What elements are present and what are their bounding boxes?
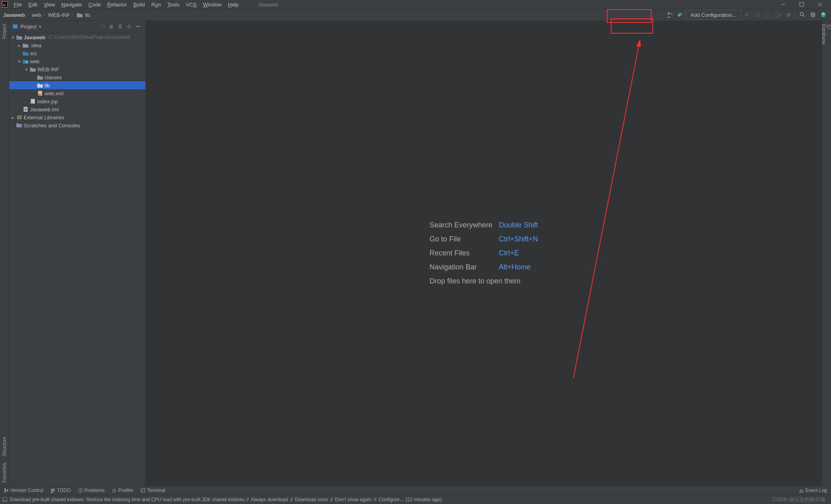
title-bar: IJ File Edit View Navigate Code Refactor… bbox=[0, 0, 831, 9]
library-icon bbox=[16, 114, 23, 120]
svg-text:JSP: JSP bbox=[31, 101, 35, 104]
module-icon bbox=[16, 35, 23, 40]
hammer-icon[interactable] bbox=[675, 10, 685, 20]
hint-navbar-label: Navigation Bar bbox=[429, 263, 492, 271]
menu-vcs[interactable]: VCS bbox=[183, 1, 200, 8]
tree-root[interactable]: ▾ Javaweb C:\Users\19882\IdeaProjects\Ja… bbox=[9, 33, 145, 41]
scratches-icon bbox=[16, 122, 23, 128]
left-tab-favorites[interactable]: Favorites bbox=[1, 460, 8, 486]
menu-run[interactable]: Run bbox=[148, 1, 164, 8]
menu-view[interactable]: View bbox=[40, 1, 58, 8]
profiler-icon[interactable]: ▾ bbox=[773, 10, 783, 20]
tab-todo[interactable]: TODO bbox=[50, 488, 70, 493]
menu-tools[interactable]: Tools bbox=[164, 1, 183, 8]
breadcrumb-web[interactable]: web bbox=[31, 12, 42, 18]
window-title: Javaweb bbox=[258, 2, 278, 8]
project-tree[interactable]: ▾ Javaweb C:\Users\19882\IdeaProjects\Ja… bbox=[9, 32, 145, 486]
menu-help[interactable]: Help bbox=[225, 1, 242, 8]
ide-logo-icon[interactable] bbox=[818, 10, 829, 20]
add-configuration-button[interactable]: Add Configuration... bbox=[685, 10, 742, 20]
svg-rect-28 bbox=[13, 24, 18, 28]
menu-navigate[interactable]: Navigate bbox=[58, 1, 85, 8]
hint-goto-label: Go to File bbox=[429, 235, 492, 243]
menu-build[interactable]: Build bbox=[130, 1, 148, 8]
svg-line-26 bbox=[811, 16, 812, 17]
bottom-toolbar: Version Control TODO Problems Profiler T… bbox=[0, 486, 831, 495]
tree-src[interactable]: src bbox=[9, 49, 145, 57]
svg-point-49 bbox=[827, 25, 831, 26]
svg-rect-53 bbox=[51, 489, 55, 490]
tree-webinf[interactable]: ▾ WEB-INF bbox=[9, 65, 145, 73]
tab-terminal[interactable]: Terminal bbox=[141, 488, 165, 493]
svg-point-30 bbox=[128, 26, 130, 28]
hint-drop: Drop files here to open them bbox=[429, 277, 538, 285]
user-icon[interactable]: ▾ bbox=[664, 10, 675, 20]
status-link-configure[interactable]: Configure... bbox=[379, 497, 404, 502]
tree-iml[interactable]: Javaweb.iml bbox=[9, 105, 145, 113]
left-tab-structure[interactable]: Structure bbox=[1, 434, 8, 460]
tree-lib[interactable]: lib bbox=[9, 81, 145, 89]
menu-refactor[interactable]: Refactor bbox=[104, 1, 130, 8]
tab-version-control[interactable]: Version Control bbox=[4, 488, 43, 493]
jsp-file-icon: JSP bbox=[29, 98, 36, 104]
svg-line-24 bbox=[811, 13, 812, 14]
status-link-once[interactable]: Download once bbox=[295, 497, 328, 502]
left-tab-project[interactable]: Project bbox=[1, 21, 8, 42]
editor-hints: Search Everywhere Double Shift Go to Fil… bbox=[429, 221, 538, 285]
tree-web[interactable]: ▾ web bbox=[9, 57, 145, 65]
menu-window[interactable]: Window bbox=[200, 1, 225, 8]
left-gutter: Project Structure Favorites bbox=[0, 21, 9, 486]
debug-icon[interactable] bbox=[752, 10, 763, 20]
svg-rect-36 bbox=[17, 37, 19, 39]
menu-file[interactable]: File bbox=[10, 1, 25, 8]
tab-event-log[interactable]: Event Log bbox=[799, 488, 827, 493]
svg-point-9 bbox=[755, 13, 759, 17]
search-icon[interactable] bbox=[797, 10, 808, 20]
stop-icon[interactable] bbox=[783, 10, 794, 20]
project-panel-header: Project ▾ bbox=[9, 21, 145, 32]
window-close[interactable] bbox=[811, 0, 829, 9]
hint-search-label: Search Everywhere bbox=[429, 221, 492, 229]
window-minimize[interactable] bbox=[774, 0, 793, 9]
svg-line-15 bbox=[778, 14, 779, 15]
gear-icon[interactable] bbox=[808, 10, 818, 20]
tree-external-libraries[interactable]: ▸ External Libraries bbox=[9, 113, 145, 121]
tree-idea[interactable]: ▸ .idea bbox=[9, 41, 145, 49]
svg-line-60 bbox=[114, 490, 115, 491]
status-link-always[interactable]: Always download bbox=[251, 497, 288, 502]
tab-profiler[interactable]: Profiler bbox=[112, 488, 133, 493]
coverage-icon[interactable] bbox=[763, 10, 773, 20]
editor-empty-area: Search Everywhere Double Shift Go to Fil… bbox=[146, 21, 822, 486]
tree-scratches[interactable]: Scratches and Consoles bbox=[9, 121, 145, 129]
svg-rect-61 bbox=[141, 489, 145, 492]
hint-navbar-key: Alt+Home bbox=[499, 263, 538, 271]
tree-webxml[interactable]: web.xml bbox=[9, 89, 145, 97]
svg-text:▾: ▾ bbox=[671, 12, 673, 16]
status-link-dontshow[interactable]: Don't show again bbox=[335, 497, 372, 502]
svg-line-27 bbox=[814, 13, 815, 14]
run-icon[interactable] bbox=[742, 10, 752, 20]
hide-panel-icon[interactable] bbox=[133, 22, 142, 31]
right-tab-database[interactable]: Database bbox=[820, 21, 831, 48]
panel-gear-icon[interactable] bbox=[125, 22, 133, 31]
statusbar-toggle-icon[interactable] bbox=[2, 497, 7, 502]
project-panel-title: Project bbox=[20, 24, 36, 30]
tree-indexjsp[interactable]: JSP index.jsp bbox=[9, 97, 145, 105]
menu-edit[interactable]: Edit bbox=[25, 1, 40, 8]
svg-point-58 bbox=[80, 491, 81, 492]
expand-all-icon[interactable] bbox=[107, 22, 116, 31]
tab-problems[interactable]: Problems bbox=[78, 488, 105, 493]
right-gutter: Database bbox=[822, 21, 831, 486]
folder-icon bbox=[77, 12, 82, 17]
window-maximize[interactable] bbox=[793, 0, 811, 9]
svg-point-19 bbox=[812, 14, 814, 16]
tree-classes[interactable]: classes bbox=[9, 73, 145, 81]
menu-code[interactable]: Code bbox=[85, 1, 104, 8]
collapse-all-icon[interactable] bbox=[116, 22, 125, 31]
chevron-down-icon[interactable]: ▾ bbox=[39, 24, 42, 30]
breadcrumb-root[interactable]: Javaweb bbox=[2, 12, 26, 18]
svg-rect-47 bbox=[20, 115, 22, 119]
select-opened-file-icon[interactable] bbox=[98, 22, 107, 31]
breadcrumb-lib[interactable]: lib bbox=[76, 12, 91, 18]
breadcrumb-webinf[interactable]: WEB-INF bbox=[47, 12, 71, 18]
